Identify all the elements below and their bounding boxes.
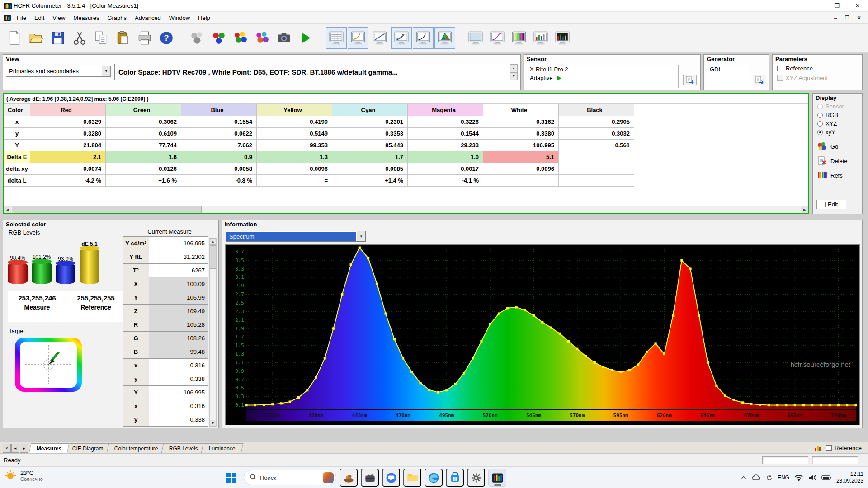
scroll-up-icon[interactable]: ▲ <box>210 238 216 245</box>
generator-config-button[interactable] <box>753 75 766 85</box>
close-button[interactable]: ✕ <box>847 0 868 11</box>
battery-icon[interactable] <box>821 475 831 480</box>
view-extra-2-button[interactable] <box>487 27 508 49</box>
tray-chevron-up-icon[interactable] <box>741 474 747 481</box>
table-cell[interactable]: 1.6 <box>106 151 181 163</box>
table-cell[interactable]: 1.0 <box>408 151 483 163</box>
view-mode-dropdown[interactable]: Primaries and secondaries ▼ <box>6 66 111 77</box>
view-cie-diagram-button[interactable] <box>434 27 455 49</box>
table-cell[interactable] <box>559 175 634 187</box>
mdi-close-button[interactable]: ✕ <box>854 13 864 22</box>
table-cell[interactable]: 0.561 <box>559 140 634 151</box>
view-extra-1-button[interactable] <box>465 27 486 49</box>
maximize-button[interactable]: ❒ <box>826 0 847 11</box>
scroll-left-icon[interactable]: ◀ <box>4 206 11 213</box>
toolbox-taskbar-button[interactable] <box>340 469 358 487</box>
menu-view[interactable]: View <box>48 13 69 23</box>
view-luminance-button[interactable] <box>413 27 434 49</box>
sensor-config-button[interactable] <box>683 75 697 85</box>
tab-scroll-right-icon[interactable]: ▸ <box>20 444 28 453</box>
table-cell[interactable]: 106.995 <box>483 140 559 151</box>
menu-file[interactable]: File <box>13 13 30 23</box>
measure-rgb-button[interactable] <box>208 27 229 49</box>
table-cell[interactable]: 5.1 <box>483 151 559 163</box>
table-cell[interactable]: 1.7 <box>332 151 408 163</box>
delete-button[interactable]: Delete <box>813 154 862 168</box>
view-rgb-levels-button[interactable] <box>391 27 412 49</box>
edge-taskbar-button[interactable] <box>425 469 443 487</box>
hcfr-taskbar-button[interactable] <box>488 469 506 487</box>
search-box[interactable]: Поиск <box>244 470 336 485</box>
minimize-button[interactable]: – <box>806 0 826 11</box>
table-cell[interactable]: 21.804 <box>30 140 106 151</box>
capture-button[interactable] <box>274 27 294 49</box>
onedrive-cloud-icon[interactable] <box>752 474 761 481</box>
tab-scroll-left-icon[interactable]: ◂ <box>11 444 19 453</box>
sensor-config-button[interactable] <box>187 27 208 49</box>
table-cell[interactable]: 0.1544 <box>408 128 483 140</box>
table-cell[interactable]: 0.3162 <box>483 116 559 128</box>
radio-rgb[interactable]: RGB <box>813 111 862 119</box>
table-cell[interactable]: 0.9 <box>181 151 257 163</box>
help-button[interactable]: ? <box>156 27 177 49</box>
tab-rgb-levels[interactable]: RGB Levels <box>161 443 206 453</box>
tab-close-button[interactable]: × <box>3 444 11 453</box>
table-cell[interactable]: 29.233 <box>408 140 483 151</box>
edit-checkbox[interactable] <box>820 202 826 207</box>
table-cell[interactable] <box>559 151 634 163</box>
view-levels-button[interactable] <box>530 27 551 49</box>
table-cell[interactable]: 0.3226 <box>408 116 483 128</box>
file-explorer-taskbar-button[interactable] <box>403 469 421 487</box>
start-button[interactable] <box>222 469 241 487</box>
radio-xyz[interactable]: XYZ <box>813 119 862 128</box>
table-cell[interactable]: 0.0085 <box>332 163 408 175</box>
open-button[interactable] <box>26 27 47 49</box>
table-cell[interactable]: 0.3280 <box>30 128 106 140</box>
radio-xyy-circle[interactable] <box>817 130 823 135</box>
table-cell[interactable]: 0.3032 <box>559 128 634 140</box>
table-cell[interactable]: +1.6 % <box>106 175 181 187</box>
measure-grayscale-button[interactable] <box>230 27 251 49</box>
mdi-restore-button[interactable]: ❒ <box>842 13 853 22</box>
tabbar-reference-checkbox[interactable] <box>826 445 832 451</box>
chevron-down-icon[interactable]: ▼ <box>102 66 110 76</box>
menu-advanced[interactable]: Advanced <box>131 13 165 23</box>
sync-icon[interactable] <box>766 474 773 481</box>
tabbar-reference-row[interactable]: Reference <box>826 445 862 451</box>
scroll-down-icon[interactable]: ▼ <box>210 420 216 427</box>
table-cell[interactable]: 7.662 <box>181 140 257 151</box>
search-highlight-image[interactable] <box>323 472 334 483</box>
radio-xyz-circle[interactable] <box>817 121 823 127</box>
table-cell[interactable]: 77.744 <box>106 140 181 151</box>
reference-checkbox[interactable] <box>777 66 783 71</box>
sensor-play-icon[interactable] <box>557 75 562 81</box>
table-cell[interactable]: -4.1 % <box>408 175 483 187</box>
view-gamma-curve-button[interactable] <box>348 27 368 49</box>
table-cell[interactable]: 0.1554 <box>181 116 257 128</box>
save-button[interactable] <box>47 27 68 49</box>
table-cell[interactable]: 0.0096 <box>483 163 559 175</box>
table-cell[interactable] <box>483 175 559 187</box>
table-cell[interactable]: 0.0096 <box>257 163 332 175</box>
tab-cie-diagram[interactable]: CIE Diagram <box>65 443 111 453</box>
spinner-down-icon[interactable]: ▼ <box>510 72 518 80</box>
chevron-down-icon[interactable]: ▼ <box>357 231 365 241</box>
view-color-bars-button[interactable] <box>509 27 529 49</box>
store-taskbar-button[interactable] <box>446 469 464 487</box>
table-cell[interactable]: +1.4 % <box>332 175 408 187</box>
menu-help[interactable]: Help <box>194 13 214 23</box>
chat-taskbar-button[interactable] <box>382 469 400 487</box>
cut-button[interactable] <box>69 27 90 49</box>
table-cell[interactable]: -4.2 % <box>30 175 106 187</box>
table-cell[interactable]: 0.6109 <box>106 128 181 140</box>
table-cell[interactable]: 0.5149 <box>257 128 332 140</box>
view-dark-pattern-button[interactable] <box>552 27 573 49</box>
view-measures-grid-button[interactable] <box>326 27 347 49</box>
menu-measures[interactable]: Measures <box>69 13 103 23</box>
table-cell[interactable]: 0.0622 <box>181 128 257 140</box>
hscroll-thumb[interactable] <box>12 206 202 213</box>
tab-color-temperature[interactable]: Color temperature <box>107 443 166 453</box>
new-button[interactable] <box>4 27 25 49</box>
table-cell[interactable]: 0.2905 <box>559 116 634 128</box>
edit-row[interactable]: Edit <box>816 200 846 209</box>
